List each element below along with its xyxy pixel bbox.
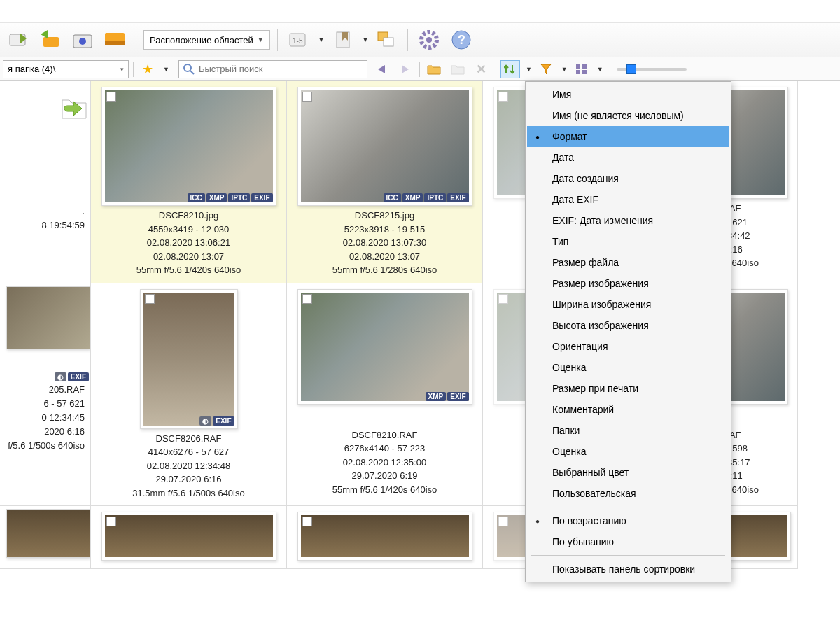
view-mode-button[interactable] — [572, 60, 592, 78]
menu-item-sort[interactable]: Размер при печати — [527, 378, 729, 399]
catalog-button[interactable] — [329, 26, 357, 54]
select-checkbox[interactable] — [498, 92, 508, 102]
rename-icon: 1-5 — [287, 31, 311, 49]
open-folder-button[interactable] — [424, 60, 444, 78]
main-toolbar: Расположение областей ▼ 1-5 ▼ ▼ ? — [0, 22, 840, 57]
svg-point-3 — [79, 38, 86, 45]
menu-item-show-sort-panel[interactable]: Показывать панель сортировки — [527, 559, 729, 580]
chevron-down-icon[interactable]: ▼ — [526, 66, 532, 73]
menu-item-sort[interactable]: EXIF: Дата изменения — [527, 210, 729, 231]
menu-item-sort[interactable]: Размер изображения — [527, 273, 729, 294]
file-date: 02.08.2020 12:35:00 — [293, 456, 477, 470]
exif-summary: 31.5mm f/5.6 1/500s 640iso — [97, 486, 281, 500]
menu-item-sort[interactable]: Высота изображения — [527, 315, 729, 336]
thumbnail-frame[interactable]: ICC XMP IPTC EXIF — [298, 87, 472, 206]
parent-folder-button[interactable] — [58, 90, 90, 122]
nav-forward-button[interactable] — [396, 60, 415, 78]
filename: 205.RAF — [0, 383, 85, 397]
capture-button[interactable] — [69, 26, 97, 54]
dimensions: 4140x6276 - 57 627 — [97, 445, 281, 459]
menu-item-sort[interactable]: Пользовательская — [527, 483, 729, 504]
menu-item-sort[interactable]: Ширина изображения — [527, 294, 729, 315]
thumbnail-cell[interactable]: XMPEXIF DSCF8210.RAF 6276x4140 - 57 223 … — [287, 284, 483, 507]
thumbnail-cell[interactable] — [287, 506, 483, 569]
raw-badge: ◐ — [55, 372, 66, 382]
menu-item-sort[interactable]: Дата создания — [527, 168, 729, 189]
menu-item-sort[interactable]: Дата EXIF — [527, 189, 729, 210]
menu-item-sort[interactable]: Дата — [527, 147, 729, 168]
filename: DSCF8215.jpg — [293, 209, 477, 223]
export-button[interactable] — [36, 26, 64, 54]
path-input[interactable]: я папка (4)\ ▾ — [3, 60, 129, 78]
star-icon: ★ — [142, 62, 153, 77]
svg-line-16 — [190, 71, 194, 74]
dimensions: 6 - 57 621 — [0, 397, 85, 411]
select-checkbox[interactable] — [302, 92, 312, 102]
thumbnail-frame[interactable]: ◐EXIF — [140, 289, 238, 429]
thumbnail-cell[interactable] — [91, 506, 287, 569]
chevron-down-icon[interactable]: ▼ — [163, 66, 169, 73]
delete-button[interactable]: ✕ — [472, 60, 491, 78]
thumbnail-frame[interactable]: ICC XMP IPTC EXIF — [102, 87, 276, 206]
chevron-down-icon[interactable]: ▼ — [363, 36, 369, 43]
export-icon — [39, 30, 62, 50]
layout-label: Расположение областей — [150, 35, 253, 46]
menu-item-sort[interactable]: Ориентация — [527, 336, 729, 357]
thumbnail-cell[interactable]: ICC XMP IPTC EXIF DSCF8215.jpg 5223x3918… — [287, 81, 483, 284]
menu-item-sort[interactable]: Имя (не является числовым) — [527, 105, 729, 126]
menu-item-sort[interactable]: Размер файла — [527, 252, 729, 273]
select-checkbox[interactable] — [302, 294, 312, 304]
svg-point-15 — [184, 64, 191, 71]
thumbnail-frame[interactable]: XMPEXIF — [298, 289, 472, 405]
path-text: я папка (4)\ — [8, 64, 55, 74]
filter-button[interactable] — [536, 60, 556, 78]
settings-button[interactable] — [415, 26, 443, 54]
slider-thumb[interactable] — [626, 64, 636, 74]
folder-up-icon — [58, 90, 90, 121]
menu-item-sort[interactable]: Папки — [527, 420, 729, 441]
sort-button[interactable] — [500, 60, 520, 78]
menu-item-sort[interactable]: Выбранный цвет — [527, 462, 729, 483]
menu-item-sort[interactable]: Комментарий — [527, 399, 729, 420]
import-button[interactable] — [4, 26, 32, 54]
file-date: 02.08.2020 12:34:48 — [97, 459, 281, 473]
chevron-down-icon[interactable]: ▼ — [318, 36, 325, 43]
search-input[interactable] — [199, 64, 363, 74]
file-date: 02.08.2020 13:06:21 — [97, 236, 281, 250]
chevron-down-icon[interactable]: ▼ — [561, 66, 568, 73]
info-line: . — [0, 204, 85, 218]
select-checkbox[interactable] — [145, 294, 155, 304]
thumbnail-size-slider[interactable] — [617, 68, 687, 71]
nav-back-button[interactable] — [372, 60, 391, 78]
file-ops-button[interactable] — [372, 26, 400, 54]
bookmark-icon — [332, 31, 354, 49]
slideshow-button[interactable] — [101, 26, 129, 54]
svg-rect-1 — [43, 37, 59, 47]
menu-item-sort[interactable]: Формат — [527, 126, 729, 147]
select-checkbox[interactable] — [498, 294, 508, 304]
menu-item-sort[interactable]: Оценка — [527, 441, 729, 462]
thumbnail-area: . 8 19:54:59 ICC XMP IPTC EXIF DSCF8210.… — [0, 81, 840, 630]
thumbnail-image — [105, 90, 273, 202]
folder-icon — [427, 64, 441, 75]
gear-icon — [418, 29, 440, 51]
favorites-button[interactable]: ★ — [138, 60, 158, 78]
thumbnail-cell[interactable]: ICC XMP IPTC EXIF DSCF8210.jpg 4559x3419… — [91, 81, 287, 284]
select-checkbox[interactable] — [106, 92, 116, 102]
batch-rename-button[interactable]: 1-5 — [285, 26, 313, 54]
menu-item-sort-order[interactable]: По возрастанию — [527, 510, 729, 531]
menu-item-sort[interactable]: Тип — [527, 231, 729, 252]
thumbnail-image — [144, 293, 234, 426]
menu-item-sort-order[interactable]: По убыванию — [527, 531, 729, 552]
menu-item-sort[interactable]: Оценка — [527, 357, 729, 378]
thumbnail-cell[interactable]: ◐EXIF DSCF8206.RAF 4140x6276 - 57 627 02… — [91, 284, 287, 507]
metadata-badges: ICC XMP IPTC EXIF — [384, 193, 469, 202]
modified-date: 2020 6:16 — [0, 425, 85, 439]
search-field[interactable] — [178, 60, 368, 78]
new-folder-button[interactable] — [448, 60, 468, 78]
help-button[interactable]: ? — [447, 26, 475, 54]
layout-dropdown[interactable]: Расположение областей ▼ — [144, 30, 270, 50]
chevron-down-icon[interactable]: ▼ — [597, 66, 603, 73]
thumbnail-image — [6, 286, 90, 349]
menu-item-sort[interactable]: Имя — [527, 84, 729, 105]
